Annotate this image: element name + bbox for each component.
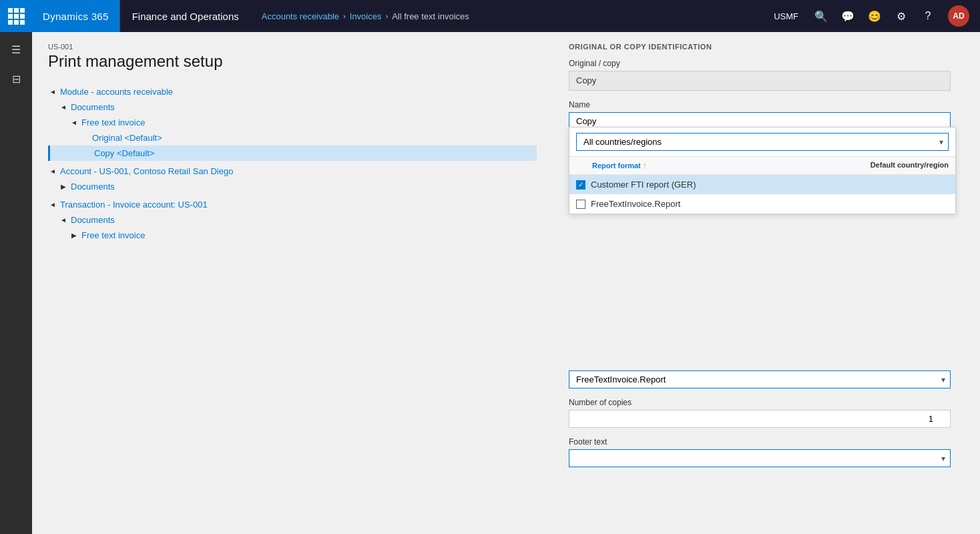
- tree-item-free-text-invoice-2[interactable]: ▶ Free text invoice: [48, 228, 537, 243]
- breadcrumb: Accounts receivable › Invoices › All fre…: [251, 11, 768, 21]
- tree-label: Module - accounts receivable: [60, 87, 173, 97]
- page-title: Print management setup: [48, 52, 537, 71]
- col-header-default-country: Default country/region: [770, 161, 949, 170]
- d365-label[interactable]: Dynamics 365: [32, 0, 119, 32]
- tree-label: Free text invoice: [81, 117, 145, 127]
- checkbox-freetextinvoice[interactable]: [576, 200, 585, 209]
- waffle-menu[interactable]: [0, 0, 32, 32]
- tree-label: Documents: [71, 215, 115, 225]
- footer-text-wrapper: ▾: [569, 449, 951, 467]
- section-heading: ORIGINAL OR COPY IDENTIFICATION: [569, 43, 951, 51]
- report-format-list: ✓ Customer FTI report (GER) FreeTextInvo…: [569, 175, 955, 214]
- tree-item-copy-default[interactable]: ▶ Copy <Default>: [48, 146, 537, 161]
- name-label: Name: [569, 100, 951, 109]
- original-copy-value: Copy: [569, 71, 951, 91]
- report-format-item-ger[interactable]: ✓ Customer FTI report (GER): [569, 175, 955, 194]
- report-format-label-ger: Customer FTI report (GER): [591, 180, 696, 190]
- number-of-copies-label: Number of copies: [569, 398, 951, 407]
- page-content: US-001 Print management setup ◄ Module -…: [32, 32, 553, 534]
- right-panel: ORIGINAL OR COPY IDENTIFICATION Original…: [553, 32, 967, 534]
- breadcrumb-part3: All free text invoices: [392, 11, 469, 21]
- search-icon[interactable]: 🔍: [809, 4, 833, 28]
- top-navigation: Dynamics 365 Finance and Operations Acco…: [0, 0, 980, 32]
- number-of-copies-field: Number of copies: [569, 398, 951, 428]
- tree-item-documents-3[interactable]: ◄ Documents: [48, 212, 537, 228]
- tree-arrow: ◄: [59, 216, 68, 224]
- report-format-field: ▾: [569, 370, 951, 388]
- tree-label: Transaction - Invoice account: US-001: [60, 200, 208, 210]
- tree-item-transaction[interactable]: ◄ Transaction - Invoice account: US-001: [48, 197, 537, 212]
- tree-arrow: ▶: [59, 183, 68, 190]
- report-format-label-freetextinvoice: FreeTextInvoice.Report: [591, 199, 680, 209]
- tree-arrow: ◄: [48, 88, 57, 95]
- original-copy-field: Original / copy Copy: [569, 59, 951, 91]
- app-label: Finance and Operations: [119, 0, 251, 32]
- tree-label: Original <Default>: [92, 133, 162, 143]
- report-format-item-freetextinvoice[interactable]: FreeTextInvoice.Report: [569, 194, 955, 214]
- tree-item-documents-1[interactable]: ◄ Documents: [48, 99, 537, 115]
- tree-item-account[interactable]: ◄ Account - US-001, Contoso Retail San D…: [48, 164, 537, 179]
- tree-arrow: ▶: [69, 232, 79, 239]
- tree-arrow: ◄: [48, 168, 57, 175]
- sidebar: ☰ ⊟: [0, 32, 32, 534]
- tree-label: Documents: [71, 182, 115, 192]
- name-field: Name All countries/regions USA GER GBR ▾: [569, 100, 951, 130]
- help-icon[interactable]: ?: [916, 4, 940, 28]
- tree-arrow: ◄: [69, 119, 79, 126]
- country-filter-select[interactable]: All countries/regions USA GER GBR: [576, 133, 949, 151]
- popup-header: All countries/regions USA GER GBR ▾: [569, 127, 955, 157]
- footer-text-input[interactable]: [569, 449, 951, 467]
- brand-area: Dynamics 365 Finance and Operations: [32, 0, 251, 32]
- tree-arrow: ◄: [59, 103, 68, 111]
- tree-item-documents-2[interactable]: ▶ Documents: [48, 179, 537, 194]
- sort-arrow-icon: ↑: [643, 161, 647, 170]
- tree-label: Account - US-001, Contoso Retail San Die…: [60, 166, 233, 176]
- avatar[interactable]: AD: [948, 5, 969, 27]
- checkbox-ger[interactable]: ✓: [576, 180, 585, 190]
- breadcrumb-sep2: ›: [385, 12, 388, 20]
- number-of-copies-input[interactable]: [569, 410, 951, 428]
- report-format-popup: All countries/regions USA GER GBR ▾ Repo…: [569, 127, 956, 214]
- tree-item-original-default[interactable]: ▶ Original <Default>: [48, 130, 537, 146]
- breadcrumb-part1[interactable]: Accounts receivable: [262, 11, 339, 21]
- sidebar-filter-icon[interactable]: ⊟: [4, 67, 28, 91]
- original-copy-label: Original / copy: [569, 59, 951, 68]
- app-layout: ☰ ⊟ US-001 Print management setup ◄ Modu…: [0, 32, 980, 534]
- footer-text-label: Footer text: [569, 437, 951, 447]
- tree-item-free-text-invoice[interactable]: ◄ Free text invoice: [48, 115, 537, 130]
- report-format-input[interactable]: [569, 370, 951, 388]
- tree-label: Free text invoice: [81, 230, 145, 240]
- chat-icon[interactable]: 💬: [836, 4, 860, 28]
- tree-arrow: ◄: [48, 201, 57, 208]
- smiley-icon[interactable]: 😊: [863, 4, 887, 28]
- navigation-tree: ◄ Module - accounts receivable ◄ Documen…: [48, 84, 537, 243]
- tree-label: Copy <Default>: [94, 148, 154, 158]
- number-of-copies-wrapper: [569, 410, 951, 428]
- org-label: USMF: [768, 11, 804, 21]
- page-ref: US-001: [48, 43, 537, 51]
- nav-icons: 🔍 💬 😊 ⚙ ? AD: [804, 4, 980, 28]
- breadcrumb-sep1: ›: [343, 12, 346, 20]
- tree-item-module[interactable]: ◄ Module - accounts receivable: [48, 84, 537, 99]
- breadcrumb-part2[interactable]: Invoices: [350, 11, 382, 21]
- sidebar-menu-icon[interactable]: ☰: [4, 37, 28, 61]
- col-header-report-format[interactable]: Report format ↑: [592, 161, 770, 170]
- popup-column-headers: Report format ↑ Default country/region: [569, 157, 955, 175]
- settings-icon[interactable]: ⚙: [889, 4, 913, 28]
- tree-label: Documents: [71, 102, 115, 112]
- footer-text-field: Footer text ▾: [569, 437, 951, 467]
